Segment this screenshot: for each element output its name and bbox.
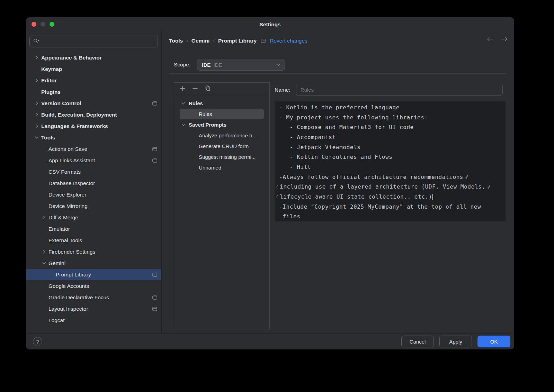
breadcrumb-item-gemini[interactable]: Gemini bbox=[191, 38, 210, 44]
zoom-button[interactable] bbox=[50, 22, 54, 27]
prompt-tree: RulesRulesSaved PromptsAnalyze performan… bbox=[174, 95, 269, 173]
desktop-background: Settings Appearance & BehaviorKeymapEdit… bbox=[0, 0, 554, 392]
chevron-right-icon[interactable] bbox=[35, 55, 41, 60]
chevron-down-icon[interactable] bbox=[181, 122, 186, 127]
apply-button[interactable]: Apply bbox=[439, 336, 472, 347]
editor-line: including use of a layered architecture … bbox=[279, 182, 503, 192]
minus-icon bbox=[192, 85, 198, 92]
sidebar-item-gemini[interactable]: Gemini bbox=[26, 257, 161, 269]
name-label: Name: bbox=[275, 87, 291, 93]
editor-line-text: -Include "Copyright 2025 MyCompany" at t… bbox=[279, 203, 481, 210]
chevron-right-icon[interactable] bbox=[35, 78, 41, 83]
sidebar-item-csv-formats[interactable]: CSV Formats bbox=[26, 166, 161, 177]
prompt-item-unnamed[interactable]: Unnamed bbox=[174, 162, 269, 173]
prompt-tree-toolbar bbox=[174, 83, 269, 95]
editor-line: - My project uses the following librarie… bbox=[279, 112, 503, 122]
window-title: Settings bbox=[26, 17, 514, 32]
scope-dropdown[interactable]: IDE IDE bbox=[197, 59, 285, 71]
sidebar-item-label: Languages & Frameworks bbox=[41, 123, 108, 129]
sidebar-item-actions-on-save[interactable]: Actions on Save bbox=[26, 143, 161, 155]
prompt-item-analyze-performance-b[interactable]: Analyze performance b... bbox=[174, 130, 269, 141]
close-button[interactable] bbox=[32, 22, 36, 27]
sidebar-item-label: Layout Inspector bbox=[48, 306, 88, 312]
duplicate-prompt-button[interactable] bbox=[205, 85, 211, 92]
prompt-item-suggest-missing-permi[interactable]: Suggest missing permi... bbox=[174, 152, 269, 162]
sidebar-item-label: CSV Formats bbox=[48, 169, 81, 175]
history-navigation bbox=[486, 37, 508, 42]
back-arrow-icon[interactable] bbox=[486, 37, 493, 42]
chevron-right-icon[interactable] bbox=[42, 249, 48, 254]
sidebar-item-label: Database Inspector bbox=[48, 180, 95, 186]
sidebar-item-label: Actions on Save bbox=[48, 146, 87, 152]
breadcrumb-separator: › bbox=[186, 38, 188, 44]
sidebar-item-label: App Links Assistant bbox=[48, 157, 95, 164]
sidebar-item-label: Prompt Library bbox=[56, 272, 91, 278]
sidebar-item-emulator[interactable]: Emulator bbox=[26, 223, 161, 235]
editor-line-text: -Always follow official architecture rec… bbox=[279, 174, 463, 180]
breadcrumb-item-prompt-library[interactable]: Prompt Library bbox=[218, 38, 257, 44]
sidebar-item-app-links-assistant[interactable]: App Links Assistant bbox=[26, 155, 161, 166]
help-button[interactable]: ? bbox=[33, 337, 42, 346]
prompt-group-rules[interactable]: Rules bbox=[174, 98, 269, 109]
sidebar-item-tools[interactable]: Tools bbox=[26, 132, 161, 143]
sidebar-item-label: Editor bbox=[41, 78, 57, 84]
sidebar-item-label: External Tools bbox=[48, 237, 82, 244]
settings-search[interactable] bbox=[29, 36, 158, 47]
revert-changes-link[interactable]: Revert changes bbox=[270, 38, 307, 44]
sidebar-item-appearance-behavior[interactable]: Appearance & Behavior bbox=[26, 52, 161, 63]
sidebar-item-database-inspector[interactable]: Database Inspector bbox=[26, 177, 161, 189]
cancel-button[interactable]: Cancel bbox=[401, 336, 434, 347]
chevron-right-icon[interactable] bbox=[35, 124, 41, 128]
editor-line: - Compose and Material3 for UI code bbox=[279, 122, 503, 132]
sidebar-item-gradle-declarative-focus[interactable]: Gradle Declarative Focus bbox=[26, 292, 161, 303]
sidebar-item-device-mirroring[interactable]: Device Mirroring bbox=[26, 200, 161, 212]
scope-row: Scope: IDE IDE bbox=[174, 59, 285, 71]
sidebar-item-diff-merge[interactable]: Diff & Merge bbox=[26, 212, 161, 223]
chevron-down-icon[interactable] bbox=[35, 135, 41, 140]
prompt-tree-panel: RulesRulesSaved PromptsAnalyze performan… bbox=[174, 82, 270, 329]
chevron-down-icon[interactable] bbox=[181, 101, 186, 106]
sidebar-item-google-accounts[interactable]: Google Accounts bbox=[26, 280, 161, 292]
forward-arrow-icon[interactable] bbox=[501, 37, 508, 42]
sidebar-item-firebender-settings[interactable]: Firebender Settings bbox=[26, 246, 161, 257]
sidebar-item-build-execution-deployment[interactable]: Build, Execution, Deployment bbox=[26, 109, 161, 120]
sidebar-item-external-tools[interactable]: External Tools bbox=[26, 235, 161, 246]
sidebar-item-version-control[interactable]: Version Control bbox=[26, 98, 161, 109]
chevron-right-icon[interactable] bbox=[35, 101, 41, 106]
dialog-footer: ? Cancel Apply OK bbox=[26, 333, 514, 349]
modified-indicator-icon bbox=[152, 307, 157, 311]
sidebar-item-prompt-library[interactable]: Prompt Library bbox=[26, 269, 161, 280]
search-input[interactable] bbox=[42, 39, 154, 45]
add-prompt-button[interactable] bbox=[180, 85, 186, 92]
settings-sidebar: Appearance & BehaviorKeymapEditorPlugins… bbox=[26, 31, 162, 333]
sidebar-item-plugins[interactable]: Plugins bbox=[26, 86, 161, 98]
prompt-item-label: Suggest missing permi... bbox=[199, 154, 256, 160]
prompt-name-input[interactable] bbox=[296, 84, 503, 96]
prompt-group-saved-prompts[interactable]: Saved Prompts bbox=[174, 119, 269, 130]
remove-prompt-button[interactable] bbox=[192, 85, 198, 92]
chevron-right-icon[interactable] bbox=[42, 215, 48, 220]
editor-line-text: - Kotlin is the preferred language bbox=[279, 104, 400, 111]
editor-line-text: lifecycle-aware UI state collection., et… bbox=[280, 193, 432, 200]
sidebar-item-label: Emulator bbox=[48, 226, 70, 232]
prompt-text-editor[interactable]: - Kotlin is the preferred language- My p… bbox=[275, 101, 506, 221]
minimize-button[interactable] bbox=[41, 22, 45, 27]
sidebar-item-languages-frameworks[interactable]: Languages & Frameworks bbox=[26, 120, 161, 132]
breadcrumb-item-tools[interactable]: Tools bbox=[169, 38, 183, 44]
sidebar-item-logcat[interactable]: Logcat bbox=[26, 314, 161, 326]
sidebar-item-label: Appearance & Behavior bbox=[41, 55, 102, 61]
sidebar-item-layout-inspector[interactable]: Layout Inspector bbox=[26, 303, 161, 314]
chevron-down-icon[interactable] bbox=[42, 261, 48, 265]
prompt-item-generate-crud-form[interactable]: Generate CRUD form bbox=[174, 141, 269, 152]
sidebar-item-editor[interactable]: Editor bbox=[26, 75, 161, 86]
sidebar-item-label: Tools bbox=[41, 135, 55, 141]
prompt-group-label: Rules bbox=[189, 100, 203, 106]
sidebar-item-label: Device Explorer bbox=[48, 192, 86, 198]
chevron-right-icon[interactable] bbox=[35, 112, 41, 117]
header-divider bbox=[169, 73, 507, 74]
sidebar-item-device-explorer[interactable]: Device Explorer bbox=[26, 189, 161, 200]
prompt-item-rules[interactable]: Rules bbox=[180, 109, 264, 119]
ok-button[interactable]: OK bbox=[477, 336, 510, 347]
editor-line-text: - Compose and Material3 for UI code bbox=[279, 124, 414, 130]
sidebar-item-keymap[interactable]: Keymap bbox=[26, 63, 161, 75]
